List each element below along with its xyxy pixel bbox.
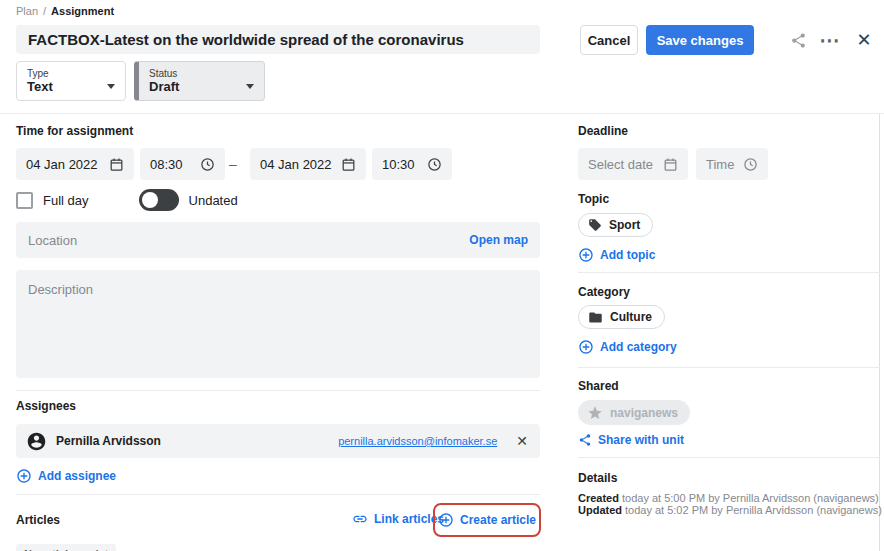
right-edge-divider bbox=[879, 114, 880, 551]
start-date-field[interactable]: 04 Jan 2022 bbox=[16, 148, 134, 180]
avatar bbox=[26, 431, 47, 452]
shared-section-label: Shared bbox=[578, 379, 619, 393]
breadcrumb-separator: / bbox=[43, 5, 46, 17]
start-time-field[interactable]: 08:30 bbox=[140, 148, 225, 180]
link-articles-button[interactable]: Link articles bbox=[352, 511, 444, 527]
undated-label: Undated bbox=[189, 193, 238, 208]
share-with-unit-button[interactable]: Share with unit bbox=[578, 433, 684, 447]
assignee-name: Pernilla Arvidsson bbox=[56, 434, 329, 448]
plus-circle-icon bbox=[16, 468, 32, 484]
full-day-checkbox[interactable] bbox=[16, 192, 33, 209]
undated-toggle[interactable] bbox=[139, 189, 179, 211]
assignee-email-link[interactable]: pernilla.arvidsson@infomaker.se bbox=[338, 435, 497, 447]
breadcrumb: Plan / Assignment bbox=[16, 5, 114, 17]
tag-icon bbox=[588, 218, 602, 232]
articles-section-label: Articles bbox=[16, 513, 60, 527]
type-dropdown-label: Type bbox=[27, 68, 115, 79]
deadline-section-label: Deadline bbox=[578, 124, 628, 138]
end-time-value: 10:30 bbox=[382, 157, 415, 172]
updated-label: Updated bbox=[578, 504, 622, 516]
details-divider bbox=[578, 457, 880, 458]
share-with-unit-label: Share with unit bbox=[598, 433, 684, 447]
status-dropdown-label: Status bbox=[149, 68, 254, 79]
star-icon bbox=[587, 405, 603, 421]
shared-unit-label: naviganews bbox=[610, 406, 678, 420]
updated-text: today at 5:02 PM by Pernilla Arvidsson (… bbox=[625, 504, 882, 516]
toggle-knob bbox=[142, 192, 158, 208]
remove-assignee-icon[interactable]: ✕ bbox=[516, 433, 528, 449]
category-section-label: Category bbox=[578, 285, 630, 299]
deadline-time-field[interactable]: Time bbox=[696, 148, 768, 180]
status-dropdown[interactable]: Status Draft bbox=[134, 61, 265, 101]
topic-tag-label: Sport bbox=[609, 218, 640, 232]
save-changes-button[interactable]: Save changes bbox=[646, 25, 754, 55]
create-article-highlight: Create article bbox=[433, 503, 541, 537]
end-time-field[interactable]: 10:30 bbox=[372, 148, 452, 180]
deadline-date-placeholder: Select date bbox=[588, 157, 653, 172]
create-article-label: Create article bbox=[460, 513, 536, 527]
start-time-value: 08:30 bbox=[150, 157, 183, 172]
deadline-date-field[interactable]: Select date bbox=[578, 148, 688, 180]
shared-unit-tag: naviganews bbox=[578, 400, 690, 425]
updated-meta: Updatedtoday at 5:02 PM by Pernilla Arvi… bbox=[578, 504, 882, 516]
breadcrumb-current: Assignment bbox=[51, 5, 114, 17]
created-label: Created bbox=[578, 492, 619, 504]
plus-circle-icon bbox=[438, 512, 454, 528]
category-tag-culture[interactable]: Culture bbox=[578, 305, 665, 329]
create-article-button[interactable]: Create article bbox=[438, 512, 536, 528]
plus-circle-icon bbox=[578, 247, 594, 263]
add-assignee-button[interactable]: Add assignee bbox=[16, 468, 116, 484]
add-topic-label: Add topic bbox=[600, 248, 655, 262]
end-date-value: 04 Jan 2022 bbox=[260, 157, 332, 172]
more-options-icon[interactable]: ⋯ bbox=[818, 27, 842, 53]
assignees-divider bbox=[16, 390, 540, 391]
full-day-label: Full day bbox=[43, 193, 89, 208]
location-input[interactable] bbox=[28, 233, 469, 248]
deadline-time-placeholder: Time bbox=[706, 157, 734, 172]
details-section-label: Details bbox=[578, 471, 617, 485]
cancel-button[interactable]: Cancel bbox=[580, 25, 638, 55]
topic-tag-sport[interactable]: Sport bbox=[578, 213, 653, 237]
add-assignee-label: Add assignee bbox=[38, 469, 116, 483]
shared-divider bbox=[578, 367, 880, 368]
open-map-link[interactable]: Open map bbox=[469, 233, 528, 247]
category-divider bbox=[578, 272, 880, 273]
chevron-down-icon bbox=[246, 84, 254, 89]
share-icon[interactable] bbox=[786, 27, 810, 53]
breadcrumb-parent[interactable]: Plan bbox=[16, 5, 38, 17]
time-section-label: Time for assignment bbox=[16, 124, 133, 138]
close-icon[interactable]: ✕ bbox=[852, 27, 876, 53]
folder-icon bbox=[588, 310, 603, 325]
calendar-icon bbox=[663, 157, 678, 172]
no-articles-badge: No articles exist bbox=[16, 544, 116, 551]
add-category-label: Add category bbox=[600, 340, 677, 354]
category-tag-label: Culture bbox=[610, 310, 652, 324]
share-icon bbox=[578, 433, 592, 447]
start-date-value: 04 Jan 2022 bbox=[26, 157, 98, 172]
clock-icon bbox=[200, 157, 215, 172]
assignee-row: Pernilla Arvidsson pernilla.arvidsson@in… bbox=[16, 424, 540, 458]
created-meta: Createdtoday at 5:00 PM by Pernilla Arvi… bbox=[578, 492, 879, 504]
calendar-icon bbox=[341, 157, 356, 172]
description-textarea[interactable] bbox=[16, 270, 540, 378]
clock-icon bbox=[743, 157, 758, 172]
assignees-section-label: Assignees bbox=[16, 399, 76, 413]
link-icon bbox=[352, 511, 368, 527]
type-dropdown[interactable]: Type Text bbox=[16, 61, 126, 101]
add-category-button[interactable]: Add category bbox=[578, 339, 677, 355]
status-dropdown-value: Draft bbox=[149, 79, 179, 94]
calendar-icon bbox=[109, 157, 124, 172]
full-day-undated-row: Full day Undated bbox=[16, 189, 238, 211]
add-topic-button[interactable]: Add topic bbox=[578, 247, 655, 263]
assignment-title-input[interactable] bbox=[16, 25, 540, 54]
articles-divider bbox=[16, 494, 540, 495]
plus-circle-icon bbox=[578, 339, 594, 355]
chevron-down-icon bbox=[107, 84, 115, 89]
clock-icon bbox=[427, 157, 442, 172]
topic-section-label: Topic bbox=[578, 192, 609, 206]
created-text: today at 5:00 PM by Pernilla Arvidsson (… bbox=[622, 492, 879, 504]
type-dropdown-value: Text bbox=[27, 79, 53, 94]
end-date-field[interactable]: 04 Jan 2022 bbox=[250, 148, 366, 180]
time-range-separator: – bbox=[229, 148, 237, 180]
header-divider bbox=[0, 113, 884, 114]
